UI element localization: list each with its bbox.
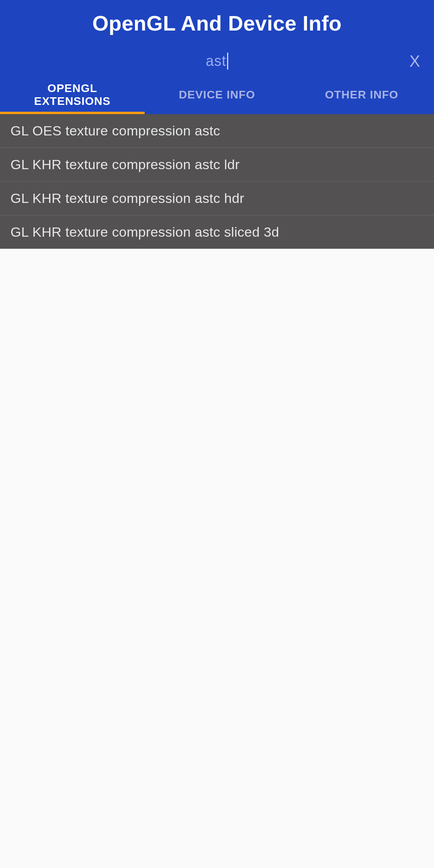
header: OpenGL And Device Info ast X OPENGL EXTE… xyxy=(0,0,434,114)
text-cursor xyxy=(227,53,228,70)
list-item[interactable]: GL OES texture compression astc xyxy=(0,114,434,148)
search-input[interactable]: ast xyxy=(0,47,434,76)
tab-other-info[interactable]: OTHER INFO xyxy=(289,76,434,114)
search-text: ast xyxy=(206,53,226,70)
list-item[interactable]: GL KHR texture compression astc sliced 3… xyxy=(0,215,434,249)
tab-label: OTHER INFO xyxy=(325,88,399,101)
page-title: OpenGL And Device Info xyxy=(0,0,434,47)
search-row: ast X xyxy=(0,47,434,76)
list-item[interactable]: GL KHR texture compression astc ldr xyxy=(0,148,434,182)
extensions-list: GL OES texture compression astc GL KHR t… xyxy=(0,114,434,249)
list-item[interactable]: GL KHR texture compression astc hdr xyxy=(0,182,434,215)
tabs-bar: OPENGL EXTENSIONS DEVICE INFO OTHER INFO xyxy=(0,76,434,114)
tab-label: OPENGL EXTENSIONS xyxy=(34,82,111,108)
tab-label: DEVICE INFO xyxy=(179,88,255,101)
close-icon[interactable]: X xyxy=(405,51,424,71)
tab-opengl-extensions[interactable]: OPENGL EXTENSIONS xyxy=(0,76,145,114)
tab-device-info[interactable]: DEVICE INFO xyxy=(145,76,289,114)
